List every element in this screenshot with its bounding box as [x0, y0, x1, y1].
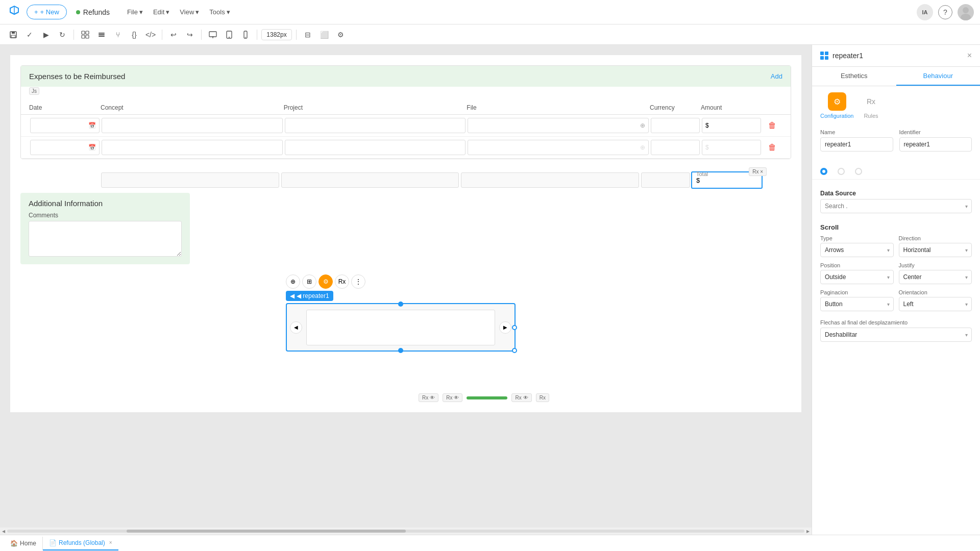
- scroll-thumb[interactable]: [127, 530, 406, 533]
- home-tab[interactable]: 🏠 Home: [4, 537, 43, 550]
- edit-menu[interactable]: Edit ▾: [149, 6, 174, 18]
- project-cell-2[interactable]: [285, 140, 466, 155]
- refunds-tab-bottom[interactable]: 📄 Refunds (Global) ×: [43, 536, 118, 550]
- save-button[interactable]: [6, 28, 20, 42]
- file-cell-1[interactable]: ⊕: [468, 118, 649, 133]
- handle-bottom[interactable]: [398, 348, 403, 353]
- comments-textarea[interactable]: [29, 221, 182, 257]
- rules-icon-btn[interactable]: Rx: [335, 274, 349, 289]
- refresh-button[interactable]: ↻: [55, 28, 69, 42]
- orientacion-select[interactable]: Left: [899, 297, 972, 311]
- svg-rect-7: [86, 31, 89, 34]
- help-button[interactable]: ?: [938, 5, 952, 19]
- name-input[interactable]: [820, 137, 893, 152]
- tab-close-icon[interactable]: ×: [109, 540, 112, 545]
- svg-rect-11: [99, 34, 105, 35]
- repeater-icon-cell-4: [825, 56, 828, 60]
- tablet-button[interactable]: [222, 28, 236, 42]
- datasource-select-wrapper: ▾: [820, 199, 972, 213]
- user-avatar[interactable]: [958, 4, 974, 20]
- position-select[interactable]: Outside: [820, 270, 894, 284]
- amount-cell-2[interactable]: $: [702, 140, 761, 155]
- repeater-prev-btn[interactable]: ◀: [290, 321, 302, 334]
- amount-cell-1[interactable]: $: [702, 118, 761, 133]
- currency-cell-1[interactable]: [651, 118, 700, 133]
- repeater-label[interactable]: ◀ ◀ repeater1: [286, 291, 333, 301]
- ia-button[interactable]: IA: [917, 4, 933, 20]
- view-menu[interactable]: View ▾: [176, 6, 203, 18]
- type-select[interactable]: Arrows: [820, 243, 894, 257]
- delete-2[interactable]: 🗑: [762, 143, 782, 152]
- svg-rect-13: [209, 32, 216, 37]
- delete-1[interactable]: 🗑: [762, 121, 782, 130]
- settings-button[interactable]: ⚙: [333, 28, 348, 42]
- horizontal-scrollbar[interactable]: ◀ ▶: [0, 528, 812, 535]
- handle-right[interactable]: [512, 325, 517, 330]
- redo-button[interactable]: ↪: [183, 28, 197, 42]
- datasource-label: Data Source: [812, 185, 980, 199]
- grid-button[interactable]: [78, 28, 92, 42]
- file-menu[interactable]: File ▾: [123, 6, 147, 18]
- radio-tape[interactable]: [820, 168, 829, 175]
- play-button[interactable]: ▶: [39, 28, 53, 42]
- add-expense-button[interactable]: Add: [771, 72, 782, 80]
- svg-point-2: [961, 14, 971, 20]
- identifier-input[interactable]: [899, 137, 972, 152]
- sep4: [257, 30, 257, 40]
- svg-point-1: [963, 7, 969, 13]
- responsive-button[interactable]: ⊟: [301, 28, 315, 42]
- col-date: Date: [29, 104, 101, 111]
- paginacion-select[interactable]: Button: [820, 297, 894, 311]
- date-cell-1[interactable]: 📅: [30, 118, 100, 133]
- scroll-form-grid: Type Arrows ▾ Direction Horizontal: [820, 235, 972, 311]
- identifier-label: Identifier: [899, 129, 972, 135]
- tab-behaviour[interactable]: Behaviour: [896, 67, 981, 86]
- datasource-input[interactable]: [820, 199, 972, 213]
- date-cell-2[interactable]: 📅: [30, 140, 100, 155]
- move-icon-btn[interactable]: ⊕: [286, 274, 300, 289]
- handle-top[interactable]: [398, 302, 403, 307]
- resize-icon-btn[interactable]: ⊞: [302, 274, 316, 289]
- justify-select[interactable]: Center: [899, 270, 972, 284]
- subtab-configuration[interactable]: ⚙ Configuration: [820, 92, 853, 123]
- new-button[interactable]: + + New: [27, 5, 67, 19]
- canvas-area[interactable]: Expenses to be Reimbursed Add Js Date Co…: [0, 45, 812, 551]
- desktop-button[interactable]: [206, 28, 220, 42]
- project-cell-1[interactable]: [285, 118, 466, 133]
- handle-corner[interactable]: [512, 348, 517, 353]
- rx-tag: Rx ×: [749, 167, 767, 175]
- concept-cell-2[interactable]: [102, 140, 283, 155]
- repeater-next-btn[interactable]: ▶: [499, 321, 511, 334]
- col-amount: Amount: [701, 104, 762, 111]
- currency-cell-2[interactable]: [651, 140, 700, 155]
- scroll-left-btn[interactable]: ◀: [0, 528, 7, 535]
- svg-rect-9: [86, 35, 89, 38]
- window-button[interactable]: ⬜: [317, 28, 331, 42]
- file-cell-2[interactable]: ⊕: [468, 140, 649, 155]
- code-braces-button[interactable]: {}: [127, 28, 141, 42]
- embed-button[interactable]: </>: [143, 28, 158, 42]
- home-icon: 🏠: [10, 540, 18, 547]
- subtab-rules[interactable]: Rx Rules: [862, 92, 880, 123]
- branch-button[interactable]: ⑂: [111, 28, 125, 42]
- tab-esthetics[interactable]: Esthetics: [812, 67, 896, 86]
- layers-button[interactable]: [94, 28, 109, 42]
- radio-cards[interactable]: [838, 168, 847, 175]
- radio-slider[interactable]: [855, 168, 864, 175]
- delete-icon-1[interactable]: 🗑: [768, 121, 776, 130]
- config-icon-btn[interactable]: ⚙: [318, 274, 333, 289]
- check-button[interactable]: ✓: [22, 28, 37, 42]
- phone-button[interactable]: [238, 28, 253, 42]
- flechas-select[interactable]: Deshabilitar: [820, 328, 972, 342]
- col-file: File: [467, 104, 650, 111]
- concept-cell-1[interactable]: [102, 118, 283, 133]
- scroll-right-btn[interactable]: ▶: [804, 528, 812, 535]
- calendar-icon-1: 📅: [88, 122, 96, 129]
- direction-select[interactable]: Horizontal: [899, 243, 972, 257]
- more-icon-btn[interactable]: ⋮: [351, 274, 365, 289]
- undo-button[interactable]: ↩: [166, 28, 181, 42]
- panel-close-button[interactable]: ×: [967, 51, 972, 60]
- rx-icon-1: Rx: [422, 395, 428, 400]
- delete-icon-2[interactable]: 🗑: [768, 143, 776, 152]
- tools-menu[interactable]: Tools ▾: [205, 6, 234, 18]
